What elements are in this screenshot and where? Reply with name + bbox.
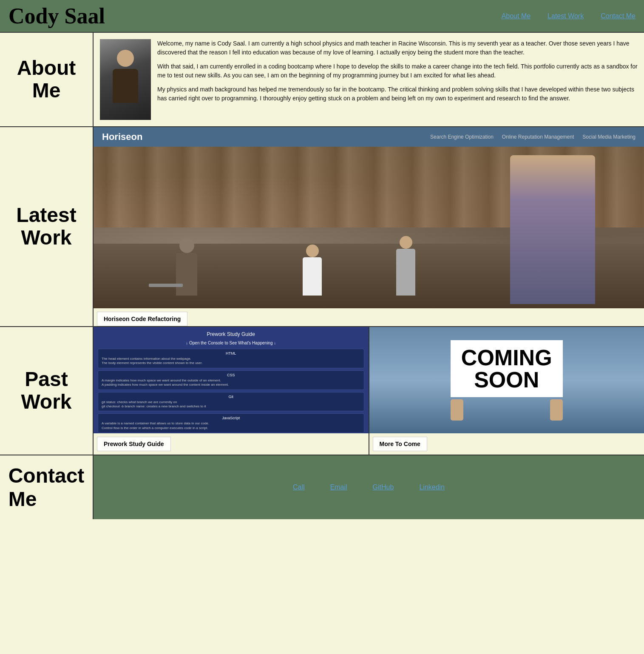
horiseon-nav-1: Search Engine Optimization [430, 134, 494, 140]
horiseon-caption-text: Horiseon Code Refactoring [97, 312, 187, 326]
hands-decoration [451, 399, 563, 421]
contact-github[interactable]: GitHub [373, 483, 394, 491]
main-nav: About Me Latest Work Contact Me [502, 12, 635, 20]
profile-photo [100, 39, 151, 120]
contact-label: Contact Me [0, 455, 94, 519]
person-silhouette [108, 45, 142, 114]
prework-html-card: HTML The head element contains informati… [98, 349, 364, 368]
about-content: Welcome, my name is Cody Saal. I am curr… [94, 33, 644, 126]
horiseon-nav-3: Social Media Marketing [582, 134, 635, 140]
latest-work-content: Horiseon Search Engine Optimization Onli… [94, 127, 644, 326]
about-text: Welcome, my name is Cody Saal. I am curr… [157, 39, 638, 120]
prework-mockup-link: ↓ Open the Console to See What's Happeni… [98, 341, 364, 345]
coming-soon-caption: More To Come [373, 437, 427, 451]
prework-css-card: CSS A margin indicates how much space we… [98, 370, 364, 390]
prework-css-text-1: A margin indicates how much space we wan… [102, 378, 360, 383]
coming-soon-item: COMING SOON More To Come [369, 327, 644, 455]
sign-holder: COMING SOON [451, 340, 563, 421]
past-work-section: Past Work Prework Study Guide ↓ Open the… [0, 326, 644, 455]
prework-js-text-2: Control flow is the order in which a com… [102, 426, 360, 430]
contact-email[interactable]: Email [330, 483, 347, 491]
prework-js-text-1: A variable is a named container that all… [102, 421, 360, 426]
prework-js-card: JavaScript A variable is a named contain… [98, 413, 364, 433]
person-figure-3 [396, 236, 415, 296]
prework-html-text-1: The head element contains information ab… [102, 357, 360, 361]
contact-footer: Call Email GitHub Linkedin [94, 455, 644, 519]
hand-left [451, 399, 463, 421]
prework-mockup-title: Prework Study Guide [98, 331, 364, 337]
horiseon-hero [94, 147, 644, 308]
prework-caption: Prework Study Guide [97, 437, 171, 451]
hand-right [550, 399, 563, 421]
latest-work-section: Latest Work Horiseon Search Engine Optim… [0, 126, 644, 326]
person-figure-4 [510, 147, 616, 308]
about-para-3: My physics and math background has helpe… [157, 85, 638, 103]
past-work-label: Past Work [0, 327, 94, 455]
prework-html-text-2: The body element represents the visible … [102, 361, 360, 365]
horiseon-nav: Search Engine Optimization Online Reputa… [430, 134, 635, 140]
contact-row: Contact Me Call Email GitHub Linkedin [0, 455, 644, 519]
about-para-1: Welcome, my name is Cody Saal. I am curr… [157, 39, 638, 57]
past-work-content: Prework Study Guide ↓ Open the Console t… [94, 327, 644, 455]
horiseon-logo: Horiseon [102, 131, 142, 142]
prework-item: Prework Study Guide ↓ Open the Console t… [94, 327, 369, 455]
sign-board: COMING SOON [451, 340, 563, 397]
contact-call[interactable]: Call [293, 483, 305, 491]
coming-soon-line2: SOON [461, 369, 552, 391]
horiseon-mockup: Horiseon Search Engine Optimization Onli… [94, 127, 644, 308]
prework-git-card: Git git status: checks what branch we ar… [98, 392, 364, 412]
site-title: Cody Saal [9, 3, 105, 28]
about-section: About Me Welcome, my name is Cody Saal. … [0, 32, 644, 126]
prework-mockup: Prework Study Guide ↓ Open the Console t… [94, 327, 369, 433]
nav-about[interactable]: About Me [502, 12, 531, 20]
about-label: About Me [0, 33, 94, 126]
horiseon-nav-2: Online Reputation Management [502, 134, 574, 140]
horiseon-caption: Horiseon Code Refactoring [94, 308, 644, 326]
prework-git-text-2: git checkout -b branch name: creates a n… [102, 404, 360, 409]
nav-contact[interactable]: Contact Me [601, 12, 635, 20]
coming-soon-mockup: COMING SOON [369, 327, 644, 433]
site-header: Cody Saal About Me Latest Work Contact M… [0, 0, 644, 32]
contact-linkedin[interactable]: Linkedin [419, 483, 445, 491]
prework-git-text-1: git status: checks what branch we are cu… [102, 400, 360, 404]
laptop-decoration [149, 284, 183, 287]
hero-scene [94, 147, 644, 308]
latest-work-label: Latest Work [0, 127, 94, 326]
about-para-2: With that said, I am currently enrolled … [157, 62, 638, 80]
coming-soon-line1: COMING [461, 347, 552, 369]
horiseon-header: Horiseon Search Engine Optimization Onli… [94, 127, 644, 147]
nav-work[interactable]: Latest Work [548, 12, 584, 20]
prework-css-text-2: A padding indicates how much space we wa… [102, 383, 360, 387]
person-figure-2 [303, 245, 322, 296]
